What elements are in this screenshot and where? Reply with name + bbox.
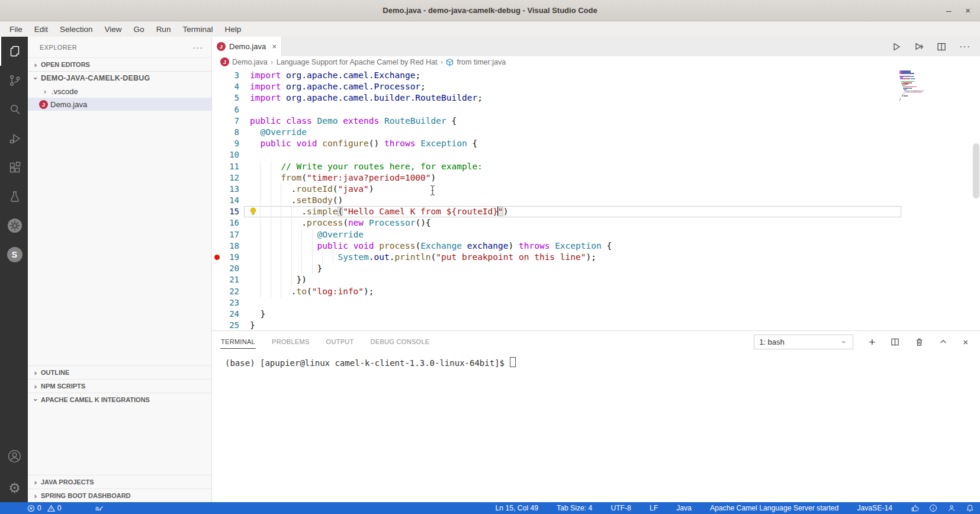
test-beaker-icon[interactable] [0,182,28,211]
code-line[interactable]: 5import org.apache.camel.builder.RouteBu… [212,92,980,104]
code-line[interactable]: 4import org.apache.camel.Processor; [212,81,980,92]
code-line[interactable]: 15 .simple("Hello Camel K from ${routeId… [212,206,980,217]
line-content[interactable] [244,104,901,115]
code-line[interactable]: 10 [212,149,980,160]
breadcrumb-item-extension[interactable]: Language Support for Apache Camel by Red… [277,58,438,66]
camel-k-icon[interactable]: S [0,240,28,269]
run-file-icon[interactable] [892,42,901,52]
bell-icon[interactable] [966,504,974,512]
code-line[interactable]: 13 .routeId("java") [212,184,980,195]
line-content[interactable]: .simple("Hello Camel K from ${routeId}") [244,206,901,217]
line-content[interactable]: import org.apache.camel.Exchange; [244,70,901,81]
kill-terminal-icon[interactable] [915,338,924,346]
tab-demo-java[interactable]: J Demo.java × [212,37,282,56]
editor-more-actions-icon[interactable]: ··· [959,41,971,52]
camel-ls-status[interactable]: Apache Camel Language Server started [710,504,838,512]
code-line[interactable]: 6 [212,104,980,115]
tab-terminal[interactable]: TERMINAL [220,335,256,349]
breadcrumb-item-file[interactable]: Demo.java [232,58,268,66]
line-content[interactable]: .routeId("java") [244,184,901,195]
run-and-debug-icon[interactable] [914,42,924,52]
section-npm-scripts[interactable]: › NPM SCRIPTS [28,379,211,393]
line-content[interactable]: public class Demo extends RouteBuilder { [244,115,901,127]
code-line[interactable]: 14 .setBody() [212,195,980,206]
explorer-more-actions-icon[interactable]: ··· [192,42,203,52]
section-workspace-root[interactable]: › DEMO-JAVA-CAMELK-DEBUG [28,71,211,85]
line-content[interactable]: .to("log:info"); [244,286,901,297]
info-icon[interactable] [929,504,937,512]
line-content[interactable]: from("timer:java?period=1000") [244,172,901,184]
code-lines[interactable]: 3import org.apache.camel.Exchange;4impor… [212,70,980,330]
code-line[interactable]: 11 // Write your routes here, for exampl… [212,161,980,172]
problems-status[interactable]: 0 0 [27,504,62,512]
line-content[interactable]: } [244,263,901,274]
line-content[interactable]: import org.apache.camel.builder.RouteBui… [244,92,901,104]
new-terminal-icon[interactable]: + [869,336,875,348]
tree-item-demo-java[interactable]: J Demo.java [28,98,211,111]
settings-gear-icon[interactable]: ⚙ [0,473,28,502]
code-line[interactable]: 18 public void process(Exchange exchange… [212,240,980,252]
code-line[interactable]: 12 from("timer:java?period=1000") [212,172,980,184]
code-line[interactable]: 8 @Override [212,127,980,138]
code-line[interactable]: 20 } [212,263,980,274]
code-line[interactable]: 22 .to("log:info"); [212,286,980,297]
menu-edit[interactable]: Edit [28,23,54,36]
language-mode[interactable]: Java [676,504,692,512]
encoding[interactable]: UTF-8 [611,504,631,512]
run-debug-icon[interactable] [0,124,28,153]
menu-help[interactable]: Help [219,23,247,36]
tab-problems[interactable]: PROBLEMS [271,335,310,349]
kubernetes-icon[interactable] [0,211,28,240]
code-line[interactable]: 17 @Override [212,229,980,240]
terminal-content[interactable]: (base) [apupier@linux camel-k-client-1.3… [212,352,980,368]
section-open-editors[interactable]: › OPEN EDITORS [28,57,211,71]
tab-size[interactable]: Tab Size: 4 [557,504,592,512]
line-content[interactable]: public void process(Exchange exchange) t… [244,240,901,252]
breadcrumb-item-symbol[interactable]: from timer:java [457,58,506,66]
code-line[interactable]: 7public class Demo extends RouteBuilder … [212,115,980,127]
thumbs-up-icon[interactable] [911,504,919,512]
line-content[interactable]: }) [244,274,901,285]
code-line[interactable]: 21 }) [212,274,980,285]
menu-terminal[interactable]: Terminal [176,23,219,36]
code-line[interactable]: 19 System.out.println("put breakpoint on… [212,252,980,263]
account-icon[interactable] [0,442,28,471]
section-spring-boot-dashboard[interactable]: › SPRING BOOT DASHBOARD [28,489,211,502]
menu-file[interactable]: File [4,23,28,36]
line-content[interactable]: // Write your routes here, for example: [244,161,901,172]
line-content[interactable]: .setBody() [244,195,901,206]
menu-run[interactable]: Run [150,23,177,36]
line-content[interactable]: } [244,309,901,320]
language-status-icon[interactable]: a [95,504,104,512]
line-content[interactable] [244,149,901,160]
feedback-icon[interactable] [947,504,956,512]
java-runtime[interactable]: JavaSE-14 [857,504,892,512]
menu-selection[interactable]: Selection [54,23,99,36]
tree-item-vscode[interactable]: › .vscode [28,85,211,98]
menu-go[interactable]: Go [128,23,150,36]
code-line[interactable]: 16 .process(new Processor(){ [212,217,980,229]
code-line[interactable]: 25} [212,320,980,330]
line-content[interactable]: public void configure() throws Exception… [244,138,901,149]
tab-debug-console[interactable]: DEBUG CONSOLE [370,335,430,349]
line-content[interactable]: .process(new Processor(){ [244,217,901,229]
code-editor[interactable]: 3import org.apache.camel.Exchange;4impor… [212,68,980,330]
minimize-button[interactable]: – [946,6,951,15]
line-content[interactable]: System.out.println("put breakpoint on th… [244,252,901,263]
line-content[interactable] [244,297,901,309]
code-line[interactable]: 23 [212,297,980,309]
breakpoint-icon[interactable] [214,255,220,260]
maximize-panel-icon[interactable] [939,338,947,346]
split-terminal-icon[interactable] [891,338,899,346]
close-panel-icon[interactable]: × [963,337,968,347]
breakpoint-margin[interactable] [212,255,221,260]
line-content[interactable]: import org.apache.camel.Processor; [244,81,901,92]
close-window-button[interactable]: × [965,6,971,15]
code-line[interactable]: 3import org.apache.camel.Exchange; [212,70,980,81]
line-content[interactable]: } [244,320,901,330]
terminal-select[interactable]: 1: bash › [754,335,853,349]
minimap[interactable] [899,70,943,101]
section-camel-k-integrations[interactable]: › APACHE CAMEL K INTEGRATIONS [28,393,211,406]
tab-output[interactable]: OUTPUT [326,335,355,349]
eol[interactable]: LF [650,504,658,512]
